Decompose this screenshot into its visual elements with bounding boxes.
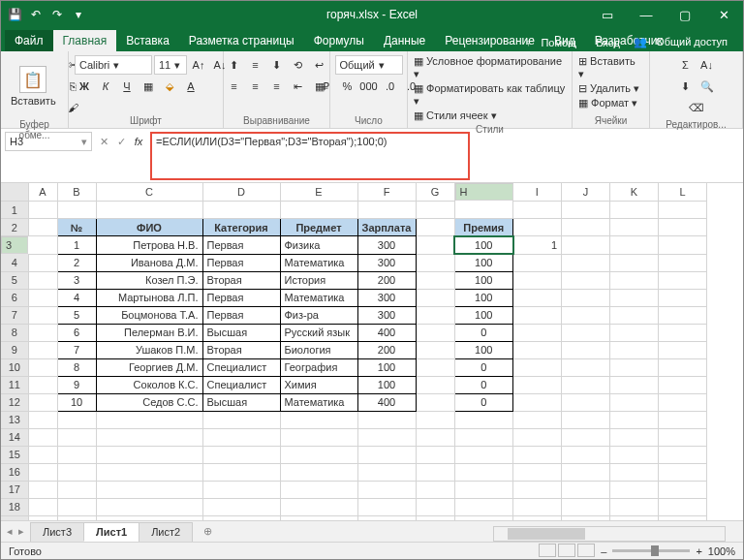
- cell-C16[interactable]: [96, 463, 202, 481]
- cell-C12[interactable]: Седов С.С.: [96, 393, 202, 411]
- sheet-prev-icon[interactable]: ◂: [7, 525, 13, 538]
- cell-A13[interactable]: [28, 411, 57, 428]
- cell-E16[interactable]: [280, 463, 357, 481]
- cell-K17[interactable]: [610, 481, 659, 498]
- cell-B1[interactable]: [57, 202, 96, 219]
- italic-button[interactable]: К: [96, 77, 115, 96]
- redo-icon[interactable]: ↷: [49, 7, 65, 22]
- cell-F7[interactable]: 300: [357, 306, 416, 324]
- cell-F1[interactable]: [357, 202, 416, 219]
- cell-I15[interactable]: [513, 446, 562, 463]
- cell-A11[interactable]: [28, 376, 57, 393]
- cell-F9[interactable]: 200: [357, 341, 416, 358]
- cell-B16[interactable]: [57, 463, 96, 481]
- align-left-icon[interactable]: ≡: [225, 77, 244, 96]
- cell-A1[interactable]: [28, 202, 57, 219]
- cell-D10[interactable]: Специалист: [202, 358, 280, 376]
- sheet-tab-Лист3[interactable]: Лист3: [30, 522, 84, 542]
- cell-B12[interactable]: 10: [57, 393, 96, 411]
- cell-I3[interactable]: 1: [513, 236, 562, 255]
- cell-A15[interactable]: [28, 446, 57, 463]
- cell-F4[interactable]: 300: [357, 254, 416, 271]
- close-icon[interactable]: ✕: [704, 1, 743, 28]
- cell-A6[interactable]: [28, 289, 57, 306]
- grow-font-icon[interactable]: A↑: [189, 55, 208, 75]
- cell-H7[interactable]: 100: [454, 306, 513, 324]
- align-center-icon[interactable]: ≡: [246, 77, 265, 96]
- font-color-button[interactable]: А: [181, 77, 201, 96]
- cell-D7[interactable]: Первая: [202, 306, 280, 324]
- cell-K6[interactable]: [610, 289, 659, 306]
- cell-E15[interactable]: [280, 446, 357, 463]
- cell-G4[interactable]: [416, 254, 454, 271]
- cell-B14[interactable]: [57, 428, 96, 446]
- cell-J7[interactable]: [562, 306, 610, 324]
- cell-G10[interactable]: [416, 358, 454, 376]
- col-header-B[interactable]: B: [57, 183, 96, 202]
- cell-I9[interactable]: [513, 341, 562, 358]
- align-bottom-icon[interactable]: ⬇: [267, 55, 287, 75]
- wrap-text-icon[interactable]: ↩: [310, 55, 329, 75]
- cell-L11[interactable]: [659, 376, 707, 393]
- cell-E14[interactable]: [280, 428, 357, 446]
- cell-I10[interactable]: [513, 358, 562, 376]
- cell-J16[interactable]: [562, 463, 610, 481]
- view-buttons[interactable]: [537, 544, 595, 559]
- cell-L16[interactable]: [659, 463, 707, 481]
- number-format-select[interactable]: Общий ▾: [335, 55, 403, 75]
- cell-F16[interactable]: [357, 463, 416, 481]
- sheet-tab-Лист2[interactable]: Лист2: [139, 522, 193, 542]
- cell-A10[interactable]: [28, 358, 57, 376]
- cell-F8[interactable]: 400: [357, 324, 416, 341]
- cell-F11[interactable]: 100: [357, 376, 416, 393]
- cell-H1[interactable]: [454, 202, 513, 219]
- cell-E12[interactable]: Математика: [280, 393, 357, 411]
- sum-icon[interactable]: Σ: [676, 55, 696, 75]
- cell-H2[interactable]: Премия: [454, 219, 513, 236]
- cell-A2[interactable]: [28, 219, 57, 236]
- cell-H11[interactable]: 0: [454, 376, 513, 393]
- cell-L12[interactable]: [659, 393, 707, 411]
- cell-I13[interactable]: [513, 411, 562, 428]
- cell-H18[interactable]: [454, 498, 513, 515]
- cell-D8[interactable]: Высшая: [202, 324, 280, 341]
- cell-E2[interactable]: Предмет: [280, 219, 357, 236]
- cell-E3[interactable]: Физика: [280, 236, 357, 255]
- cell-K8[interactable]: [610, 324, 659, 341]
- row-header-3[interactable]: 3: [1, 236, 28, 254]
- cell-E17[interactable]: [280, 481, 357, 498]
- font-name-select[interactable]: Calibri▾: [75, 55, 152, 75]
- cell-C11[interactable]: Соколов К.С.: [96, 376, 202, 393]
- cell-A3[interactable]: [28, 236, 57, 255]
- col-header-H[interactable]: H: [455, 183, 513, 201]
- cell-K12[interactable]: [610, 393, 659, 411]
- select-all-corner[interactable]: [1, 183, 28, 202]
- cell-J12[interactable]: [562, 393, 610, 411]
- cell-K11[interactable]: [610, 376, 659, 393]
- align-right-icon[interactable]: ≡: [267, 77, 287, 96]
- cell-G5[interactable]: [416, 271, 454, 289]
- percent-icon[interactable]: %: [338, 77, 357, 96]
- orientation-icon[interactable]: ⟲: [289, 55, 308, 75]
- cell-F13[interactable]: [357, 411, 416, 428]
- cell-B5[interactable]: 3: [57, 271, 96, 289]
- row-header-12[interactable]: 12: [1, 393, 28, 411]
- fill-color-button[interactable]: ⬙: [160, 77, 179, 96]
- cell-L3[interactable]: [659, 236, 707, 255]
- format-table-button[interactable]: ▦ Форматировать как таблицу ▾: [414, 82, 566, 108]
- ribbon-min-icon[interactable]: ▭: [588, 1, 627, 28]
- cell-F18[interactable]: [357, 498, 416, 515]
- cell-J6[interactable]: [562, 289, 610, 306]
- tab-file[interactable]: Файл: [5, 30, 53, 51]
- cell-G9[interactable]: [416, 341, 454, 358]
- cell-G15[interactable]: [416, 446, 454, 463]
- cell-A12[interactable]: [28, 393, 57, 411]
- row-header-7[interactable]: 7: [1, 306, 28, 324]
- cell-L15[interactable]: [659, 446, 707, 463]
- cell-J5[interactable]: [562, 271, 610, 289]
- cell-K3[interactable]: [610, 236, 659, 255]
- cell-I8[interactable]: [513, 324, 562, 341]
- cell-K2[interactable]: [610, 219, 659, 236]
- align-top-icon[interactable]: ⬆: [225, 55, 244, 75]
- qat-dropdown-icon[interactable]: ▾: [71, 7, 86, 22]
